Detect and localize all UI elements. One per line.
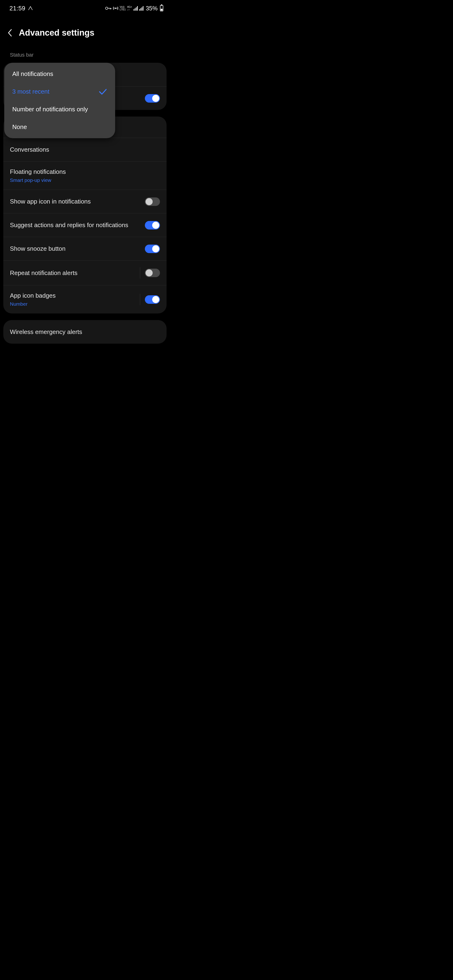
row-floating-notifications[interactable]: Floating notifications Smart pop-up view — [3, 161, 167, 189]
row-show-snooze[interactable]: Show snooze button — [3, 237, 167, 260]
check-icon — [99, 88, 107, 95]
toggle-suggest-actions[interactable] — [145, 221, 160, 229]
vpn-key-icon — [105, 6, 112, 10]
back-icon[interactable] — [6, 29, 14, 37]
page-title: Advanced settings — [19, 28, 94, 38]
status-time: 21:59 — [10, 5, 26, 12]
row-subtitle: Smart pop-up view — [10, 177, 66, 183]
volte-indicator: Vo))LTE1 — [120, 6, 126, 11]
toggle-repeat-alerts[interactable] — [145, 269, 160, 277]
signal-icon-2 — [139, 6, 144, 11]
network-4g-indicator: 4G+↓↑ — [127, 6, 132, 11]
svg-point-1 — [115, 8, 116, 9]
popup-option-label: None — [12, 123, 27, 130]
signal-icon-1 — [134, 6, 138, 11]
vibrate-icon — [28, 6, 33, 11]
row-title: Wireless emergency alerts — [10, 328, 82, 336]
row-repeat-alerts[interactable]: Repeat notification alerts — [3, 260, 167, 285]
row-show-app-icon[interactable]: Show app icon in notifications — [3, 189, 167, 213]
row-title: App icon badges — [10, 292, 56, 299]
section-label-status-bar: Status bar — [0, 49, 170, 63]
toggle-show-snooze[interactable] — [145, 245, 160, 253]
toggle-app-icon-badges[interactable] — [145, 295, 160, 304]
status-bar: 21:59 Vo))LTE1 4G+↓↑ 35% — [0, 0, 170, 16]
row-wireless-emergency[interactable]: Wireless emergency alerts — [3, 320, 167, 344]
popup-option-all[interactable]: All notifications — [4, 65, 115, 83]
row-suggest-actions[interactable]: Suggest actions and replies for notifica… — [3, 213, 167, 237]
row-subtitle: Number — [10, 301, 56, 307]
row-app-icon-badges[interactable]: App icon badges Number — [3, 285, 167, 313]
row-title: Conversations — [10, 146, 49, 153]
toggle-statusbar-option[interactable] — [145, 94, 160, 103]
popup-option-3-most-recent[interactable]: 3 most recent — [4, 83, 115, 100]
popup-option-number-only[interactable]: Number of notifications only — [4, 100, 115, 118]
page-header: Advanced settings — [0, 16, 170, 49]
row-conversations[interactable]: Conversations — [3, 138, 167, 161]
toggle-show-app-icon[interactable] — [145, 197, 160, 206]
card-wireless: Wireless emergency alerts — [3, 320, 167, 344]
row-title: Floating notifications — [10, 168, 66, 175]
battery-percent: 35% — [146, 5, 158, 12]
hotspot-icon — [113, 6, 118, 11]
battery-icon — [160, 5, 163, 11]
popup-option-label: All notifications — [12, 70, 53, 78]
popup-option-label: Number of notifications only — [12, 106, 88, 113]
row-title: Suggest actions and replies for notifica… — [10, 221, 128, 229]
row-title: Repeat notification alerts — [10, 269, 77, 277]
row-title: Show snooze button — [10, 245, 65, 252]
row-title: Show app icon in notifications — [10, 198, 91, 205]
notification-icons-popup: All notifications 3 most recent Number o… — [4, 63, 115, 138]
card-notifications: Conversations Floating notifications Sma… — [3, 116, 167, 313]
popup-option-label: 3 most recent — [12, 88, 49, 95]
svg-point-0 — [105, 7, 108, 10]
popup-option-none[interactable]: None — [4, 118, 115, 136]
